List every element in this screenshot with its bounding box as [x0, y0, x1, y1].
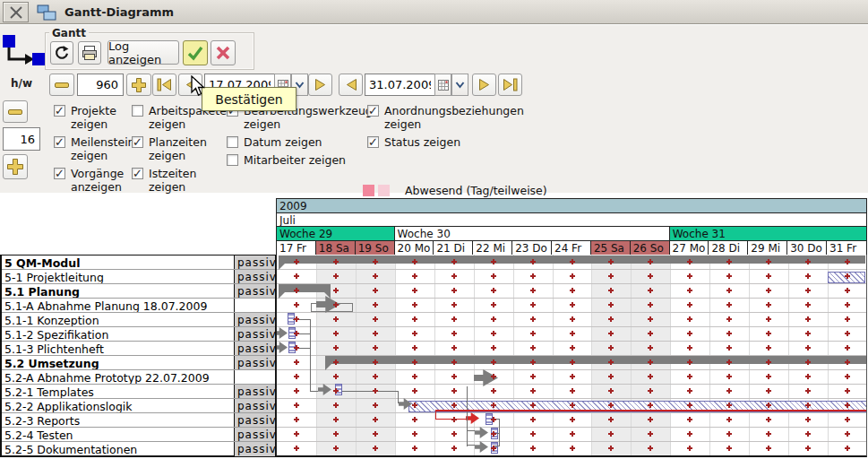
task-row[interactable]: 5.2-3 Reportspassiv — [2, 413, 275, 428]
status-dot — [491, 431, 496, 437]
task-row[interactable]: 5.1-2 Spezifikationpassiv — [2, 327, 275, 342]
date-to-dropdown-button[interactable] — [451, 74, 468, 96]
date-to-input[interactable] — [365, 74, 434, 96]
option-projekte-zeigen[interactable]: ✓Projekte zeigen — [54, 104, 131, 131]
goto-start-button[interactable] — [152, 74, 176, 96]
task-row[interactable]: 5.2-A Abnahme Prototyp 22.07.2009 — [2, 370, 275, 385]
row-gridline — [277, 427, 867, 428]
close-button[interactable] — [3, 2, 29, 22]
task-row[interactable]: 5.2-5 Dokumentationenpassiv — [2, 442, 275, 456]
option-datum-zeigen[interactable]: Datum zeigen — [227, 135, 361, 149]
checkbox-icon: ✓ — [367, 105, 379, 117]
task-row[interactable]: 5.1 Planungpassiv — [2, 284, 275, 299]
week-header: Woche 29 — [277, 227, 395, 240]
confirm-button[interactable] — [183, 40, 208, 65]
status-dot — [412, 316, 417, 322]
next-end-button[interactable] — [472, 74, 496, 96]
status-dot — [412, 288, 417, 293]
status-dot — [766, 403, 771, 408]
print-button[interactable] — [78, 41, 101, 65]
cancel-button[interactable] — [211, 40, 236, 65]
width-input[interactable] — [77, 74, 124, 96]
status-dot — [687, 359, 692, 365]
status-dot — [373, 288, 378, 293]
status-dot — [294, 374, 299, 379]
task-status: passiv — [234, 270, 275, 283]
status-dot — [412, 345, 417, 351]
summary-bar[interactable] — [325, 356, 866, 364]
day-header: 21 Di — [434, 241, 473, 255]
task-row[interactable]: 5.2 Umsetzungpassiv — [2, 356, 275, 370]
task-row[interactable]: 5-1 Projektleitungpassiv — [2, 270, 275, 284]
date-to-calendar-button[interactable] — [434, 74, 451, 96]
option-meilensteine-zeigen[interactable]: ✓Meilensteine zeigen — [54, 135, 131, 162]
status-dot — [530, 388, 536, 394]
option-istzeiten-zeigen[interactable]: ✓Istzeiten zeigen — [132, 167, 221, 194]
option-vorg-nge-anzeigen[interactable]: ✓Vorgänge anzeigen — [54, 167, 131, 194]
task-row[interactable]: 5.1-1 Konzeptionpassiv — [2, 313, 275, 327]
status-dot — [491, 374, 496, 379]
status-dot — [648, 359, 653, 365]
day-header: 24 Fr — [552, 241, 591, 255]
task-row[interactable]: 5 QM-Modulpassiv — [2, 255, 275, 270]
option-anordnungsbeziehungen-zeigen[interactable]: ✓Anordnungsbeziehungen zeigen — [367, 104, 518, 131]
status-dot — [294, 331, 299, 336]
row-gridline — [277, 398, 867, 399]
last-arrow-icon — [503, 78, 518, 91]
task-row[interactable]: 5.1-A Abnahme Planung 18.07.2009 — [2, 299, 275, 313]
status-dot — [530, 259, 536, 264]
status-dot — [451, 259, 457, 264]
status-dot — [451, 388, 457, 394]
status-dot — [412, 273, 417, 279]
status-dot — [726, 431, 732, 437]
row-height-increase-button[interactable] — [3, 154, 28, 179]
task-arrow[interactable] — [276, 327, 288, 339]
status-dot — [333, 345, 339, 351]
status-dot — [373, 403, 378, 408]
task-status: passiv — [234, 342, 275, 355]
status-dot — [530, 431, 536, 437]
status-dot — [333, 316, 339, 322]
status-dot — [491, 259, 496, 264]
status-dot — [530, 302, 536, 307]
status-dot — [570, 431, 575, 437]
option-status-zeigen[interactable]: ✓Status zeigen — [367, 135, 518, 149]
status-dot — [687, 302, 692, 307]
option-mitarbeiter-zeigen[interactable]: Mitarbeiter zeigen — [227, 153, 361, 167]
task-arrow[interactable] — [466, 412, 479, 424]
task-status: passiv — [234, 255, 275, 269]
task-arrow[interactable] — [276, 342, 288, 353]
goto-end-button[interactable] — [498, 74, 522, 96]
width-increase-button[interactable] — [126, 74, 151, 96]
task-row[interactable]: 5.1-3 Plichtenheftpassiv — [2, 342, 275, 356]
status-dot — [648, 403, 653, 408]
status-dot — [687, 273, 692, 279]
status-dot — [451, 288, 457, 293]
status-dot — [805, 259, 811, 264]
status-dot — [412, 417, 417, 422]
width-decrease-button[interactable] — [49, 74, 74, 96]
show-log-button[interactable]: Log anzeigen — [107, 40, 179, 65]
status-dot — [805, 431, 811, 437]
task-row[interactable]: 5.2-1 Templatespassiv — [2, 385, 275, 399]
day-header: 26 So — [631, 241, 670, 255]
task-row[interactable]: 5.2-2 Applikationslogikpassiv — [2, 399, 275, 413]
task-arrow[interactable] — [475, 427, 488, 438]
refresh-button[interactable] — [50, 41, 73, 65]
gantt-app: Gantt-Diagramm Gantt — [0, 0, 868, 459]
status-dot — [570, 403, 575, 408]
prev-end-button[interactable] — [339, 74, 363, 96]
row-height-decrease-button[interactable] — [3, 100, 28, 123]
row-gridline — [277, 269, 867, 270]
next-start-button[interactable] — [308, 74, 332, 96]
summary-bar[interactable] — [279, 284, 331, 292]
status-dot — [726, 288, 732, 293]
status-dot — [373, 331, 378, 336]
option-planzeiten-zeigen[interactable]: ✓Planzeiten zeigen — [132, 135, 221, 162]
task-row[interactable]: 5.2-4 Testenpassiv — [2, 428, 275, 442]
status-dot — [805, 302, 811, 307]
task-arrow[interactable] — [475, 441, 488, 453]
titlebar: Gantt-Diagramm — [0, 0, 868, 24]
status-dot — [570, 417, 575, 422]
row-height-input[interactable] — [3, 127, 40, 151]
